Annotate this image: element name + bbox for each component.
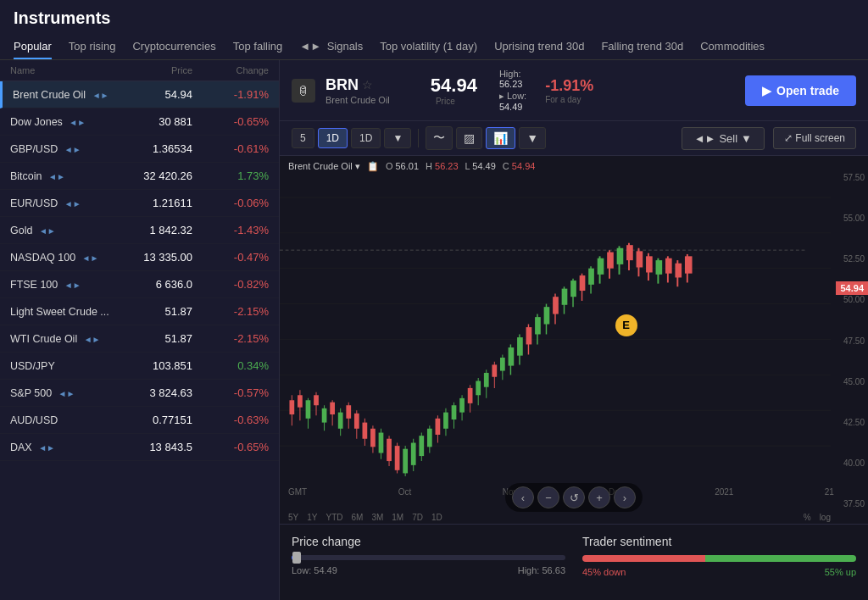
- svg-rect-10: [289, 400, 294, 414]
- tab-top-falling[interactable]: Top falling: [233, 35, 283, 59]
- svg-rect-94: [646, 256, 653, 272]
- tab-signals[interactable]: ◄► Signals: [299, 35, 363, 59]
- svg-rect-34: [387, 439, 392, 461]
- tab-top-rising[interactable]: Top rising: [69, 35, 116, 59]
- signals-indicator: ◄►: [64, 199, 81, 208]
- svg-rect-96: [656, 260, 663, 275]
- price-slider[interactable]: [292, 555, 565, 560]
- low-ohlc-value: 54.49: [472, 161, 496, 171]
- y-label-1: 57.50: [834, 173, 865, 182]
- range-1y[interactable]: 1Y: [307, 513, 317, 522]
- instrument-row[interactable]: AUD/USD 0.77151 -0.63%: [0, 407, 279, 434]
- scale-pct[interactable]: %: [804, 513, 811, 522]
- instrument-row[interactable]: FTSE 100 ◄► 6 636.0 -0.82%: [0, 271, 279, 298]
- nav-reset-button[interactable]: ↺: [563, 486, 585, 508]
- instrument-row[interactable]: GBP/USD ◄► 1.36534 -0.61%: [0, 136, 279, 163]
- open-trade-button[interactable]: ▶ Open trade: [745, 75, 856, 106]
- tab-cryptocurrencies[interactable]: Cryptocurrencies: [132, 35, 215, 59]
- nav-minus-button[interactable]: −: [537, 486, 559, 508]
- instrument-row[interactable]: USD/JPY 103.851 0.34%: [0, 353, 279, 380]
- instrument-name: FTSE 100 ◄►: [10, 279, 116, 291]
- chart-type-more[interactable]: ▼: [519, 127, 546, 149]
- chart-type-area[interactable]: ▨: [456, 127, 482, 149]
- instrument-change: -0.82%: [201, 278, 269, 291]
- favorite-icon[interactable]: ☆: [362, 78, 373, 92]
- instrument-row[interactable]: S&P 500 ◄► 3 824.63 -0.57%: [0, 380, 279, 407]
- instrument-row[interactable]: Gold ◄► 1 842.32 -1.43%: [0, 217, 279, 244]
- nav-prev-button[interactable]: ‹: [512, 486, 534, 508]
- trader-sentiment-panel: Trader sentiment 45% down 55% up: [582, 535, 856, 590]
- sentiment-down: 45% down: [582, 567, 626, 577]
- right-panel: 🛢 BRN ☆ Brent Crude Oil 54.94 Price High…: [280, 60, 868, 600]
- svg-rect-82: [588, 269, 594, 285]
- instrument-change: -0.61%: [201, 142, 269, 155]
- fullscreen-button[interactable]: ⤢ Full screen: [773, 127, 856, 149]
- instrument-row[interactable]: EUR/USD ◄► 1.21611 -0.06%: [0, 190, 279, 217]
- instruments-sidebar: Name Price Change Brent Crude Oil ◄► 54.…: [0, 60, 280, 600]
- period-dropdown-button[interactable]: ▼: [384, 128, 411, 148]
- instrument-name: NASDAQ 100 ◄►: [10, 252, 116, 264]
- tab-popular[interactable]: Popular: [14, 35, 52, 59]
- high-label: High: 56.23: [499, 69, 526, 89]
- ticker-info: BRN ☆ Brent Crude Oil: [326, 76, 390, 105]
- instrument-change: -1.43%: [201, 224, 269, 236]
- range-ytd[interactable]: YTD: [326, 513, 342, 522]
- instrument-row[interactable]: Bitcoin ◄► 32 420.26 1.73%: [0, 163, 279, 190]
- instrument-name: EUR/USD ◄►: [10, 197, 116, 209]
- instrument-row[interactable]: DAX ◄► 13 843.5 -0.65%: [0, 434, 279, 461]
- svg-rect-22: [338, 413, 343, 429]
- period-1d-alt-button[interactable]: 1D: [351, 128, 381, 148]
- instrument-row[interactable]: NASDAQ 100 ◄► 13 335.00 -0.47%: [0, 244, 279, 271]
- nav-next-button[interactable]: ›: [614, 486, 636, 508]
- svg-rect-30: [370, 429, 376, 447]
- signals-indicator: ◄►: [82, 253, 99, 263]
- sentiment-title: Trader sentiment: [582, 535, 856, 548]
- low-ohlc: L 54.49: [465, 161, 496, 172]
- scale-log[interactable]: log: [820, 513, 831, 522]
- chart-type-candle[interactable]: 📊: [486, 127, 515, 149]
- period-1d-button[interactable]: 1D: [318, 128, 348, 148]
- tab-top-volatility[interactable]: Top volatility (1 day): [380, 35, 477, 59]
- range-5y[interactable]: 5Y: [288, 513, 298, 522]
- instrument-price: 3 824.63: [116, 386, 201, 399]
- range-6m[interactable]: 6M: [351, 513, 363, 522]
- close-ohlc-value: 54.94: [512, 161, 536, 171]
- price-low: Low: 54.49: [292, 565, 337, 575]
- signals-indicator: ◄►: [58, 389, 75, 398]
- instrument-name: Dow Jones ◄►: [10, 116, 116, 128]
- ticker-symbol: BRN: [326, 76, 359, 94]
- svg-rect-18: [322, 408, 327, 423]
- tab-falling-trend[interactable]: Falling trend 30d: [601, 35, 683, 59]
- instrument-price: 13 335.00: [116, 251, 201, 264]
- instrument-name: S&P 500 ◄►: [10, 387, 116, 399]
- svg-rect-12: [298, 395, 303, 407]
- price-display: 54.94 Price: [414, 75, 477, 106]
- main-content: Name Price Change Brent Crude Oil ◄► 54.…: [0, 60, 868, 600]
- event-marker[interactable]: E: [615, 314, 637, 336]
- range-7d[interactable]: 7D: [412, 513, 423, 522]
- instrument-change: -0.47%: [201, 251, 269, 264]
- current-price: 54.94: [431, 75, 477, 97]
- nav-plus-button[interactable]: +: [588, 486, 610, 508]
- instrument-row[interactable]: Brent Crude Oil ◄► 54.94 -1.91%: [0, 81, 279, 108]
- candlestick-chart: [280, 177, 831, 481]
- range-1d[interactable]: 1D: [431, 513, 442, 522]
- svg-rect-58: [484, 373, 489, 387]
- instrument-row[interactable]: Dow Jones ◄► 30 881 -0.65%: [0, 108, 279, 136]
- svg-rect-66: [517, 337, 523, 356]
- chart-type-line[interactable]: 〜: [426, 126, 453, 150]
- tab-commodities[interactable]: Commodities: [700, 35, 765, 59]
- sentiment-up: 55% up: [825, 567, 856, 577]
- price-label: Price: [414, 97, 477, 106]
- sell-button[interactable]: ◄► Sell ▼: [682, 127, 765, 150]
- svg-rect-72: [544, 307, 550, 324]
- scale-type-selector: % log: [804, 513, 831, 522]
- instrument-row[interactable]: WTI Crude Oil ◄► 51.87 -2.15%: [0, 325, 279, 353]
- svg-rect-88: [617, 248, 624, 264]
- range-1m[interactable]: 1M: [392, 513, 403, 522]
- period-5-button[interactable]: 5: [292, 128, 314, 148]
- range-3m[interactable]: 3M: [371, 513, 383, 522]
- tab-uprising-trend[interactable]: Uprising trend 30d: [494, 35, 584, 59]
- instrument-row[interactable]: Light Sweet Crude ... 51.87 -2.15%: [0, 298, 279, 325]
- svg-rect-92: [637, 251, 643, 267]
